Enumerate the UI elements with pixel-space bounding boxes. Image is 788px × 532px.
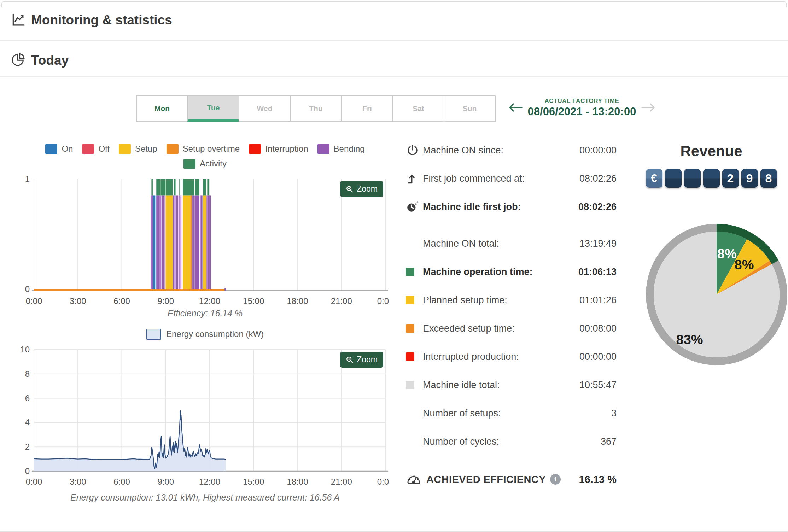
stat-row: Machine ON since:00:00:00 [406, 141, 617, 160]
svg-text:1: 1 [25, 175, 30, 184]
svg-text:8: 8 [25, 369, 30, 379]
section-header: Today [0, 48, 788, 73]
legend-swatch-bending [317, 144, 329, 154]
svg-text:8%: 8% [717, 246, 737, 261]
revenue-digit-tile: 8 [760, 169, 777, 188]
day-tab-wed[interactable]: Wed [239, 95, 291, 122]
revenue-column: Revenue €298 8%8%83% [644, 143, 778, 369]
window-top-edge [1, 1, 787, 7]
energy-legend-label: Energy consumption (kW) [166, 329, 264, 339]
svg-text:4: 4 [25, 417, 30, 427]
svg-text:6:00: 6:00 [113, 477, 130, 486]
svg-text:15:00: 15:00 [243, 296, 264, 306]
svg-text:9:00: 9:00 [157, 296, 174, 306]
stat-row: Interrupted production:00:00:00 [406, 347, 617, 366]
stat-row: Planned setup time:01:01:26 [406, 291, 617, 310]
legend-label: Setup overtime [183, 144, 240, 154]
svg-text:0: 0 [25, 466, 30, 476]
stat-label: Number of cycles: [423, 436, 601, 447]
efficiency-caption: Efficiency: 16.14 % [21, 308, 389, 318]
legend-item-setup_overtime: Setup overtime [167, 144, 240, 154]
stats-column: Machine ON since:00:00:00First job comme… [406, 141, 617, 490]
swatch-setup [406, 296, 423, 304]
info-icon[interactable]: i [550, 474, 561, 485]
svg-text:12:00: 12:00 [199, 477, 220, 486]
prev-day-arrow[interactable] [508, 101, 523, 115]
idle-clock-icon: zz [406, 200, 423, 214]
stat-row: First job commenced at:08:02:26 [406, 169, 617, 188]
pie-chart: 8%8%83% [644, 222, 778, 369]
revenue-digit-tile: 9 [741, 169, 758, 188]
achieved-efficiency-value: 16.13 % [561, 474, 617, 485]
legend-swatch-setup_overtime [167, 144, 179, 154]
zoom-button-label: Zoom [357, 184, 378, 194]
stat-row: Machine idle total:10:55:47 [406, 375, 617, 394]
stat-row: Exceeded setup time:00:08:00 [406, 319, 617, 338]
stat-label: Interrupted production: [423, 351, 579, 362]
energy-chart: 02468100:003:006:009:0012:0015:0018:0021… [21, 345, 389, 490]
svg-text:0:00: 0:00 [26, 477, 42, 486]
timeline-zoom-button[interactable]: Zoom [340, 181, 383, 197]
first-job-icon [406, 172, 423, 185]
svg-text:0:00: 0:00 [26, 296, 42, 306]
svg-text:0: 0 [25, 284, 30, 294]
achieved-efficiency-row: ACHIEVED EFFICIENCYi16.13 % [406, 469, 617, 490]
timeline-chart-svg[interactable]: 100:003:006:009:0012:0015:0018:0021:000:… [21, 175, 389, 307]
stat-row: zzMachine idle first job:08:02:26 [406, 197, 617, 216]
svg-text:3:00: 3:00 [70, 477, 86, 486]
svg-text:12:00: 12:00 [199, 296, 220, 306]
svg-text:83%: 83% [676, 332, 703, 347]
day-tab-sun[interactable]: Sun [444, 95, 496, 122]
legend-item-activity: Activity [183, 159, 227, 169]
svg-text:8%: 8% [735, 257, 754, 272]
swatch-setup_overtime [406, 324, 423, 333]
revenue-counter: €298 [644, 169, 778, 188]
svg-text:2: 2 [25, 442, 30, 451]
stat-label: Machine idle total: [423, 380, 579, 391]
stat-label: Exceeded setup time: [423, 323, 579, 334]
svg-text:21:00: 21:00 [331, 296, 352, 306]
page-title: Monitoring & statistics [31, 13, 172, 28]
header-divider [0, 40, 788, 41]
day-tab-mon[interactable]: Mon [136, 95, 188, 122]
zoom-button-label: Zoom [357, 355, 378, 364]
timeline-chart: 100:003:006:009:0012:0015:0018:0021:000:… [21, 175, 389, 308]
stat-label: Number of setups: [423, 408, 611, 419]
gauge-icon [406, 472, 421, 487]
day-tab-tue[interactable]: Tue [187, 95, 239, 122]
legend-label: Bending [334, 144, 365, 154]
stat-value: 367 [601, 436, 617, 447]
stat-swatch [406, 296, 414, 304]
stat-label: Machine idle first job: [423, 201, 578, 212]
day-tab-fri[interactable]: Fri [341, 95, 393, 122]
factory-time-nav: ACTUAL FACTORY TIME 08/06/2021 - 13:20:0… [508, 98, 656, 118]
section-divider [0, 76, 788, 77]
pie-chart-svg: 8%8%83% [644, 222, 788, 367]
stat-swatch [406, 352, 414, 361]
factory-time: ACTUAL FACTORY TIME 08/06/2021 - 13:20:0… [523, 98, 641, 118]
energy-zoom-button[interactable]: Zoom [340, 352, 383, 368]
swatch-idle [406, 381, 423, 389]
stat-value: 08:02:26 [578, 201, 617, 212]
revenue-digit-tile [703, 169, 720, 188]
svg-text:18:00: 18:00 [287, 477, 308, 486]
day-tab-sat[interactable]: Sat [392, 95, 444, 122]
monitoring-dashboard: { "header": { "title": "Monitoring & sta… [0, 0, 788, 532]
revenue-digit-tile [665, 169, 682, 188]
day-tabs: MonTueWedThuFriSatSun [137, 95, 496, 122]
next-day-arrow[interactable] [641, 101, 656, 115]
svg-text:z: z [417, 200, 418, 203]
stat-value: 08:02:26 [579, 173, 617, 184]
energy-legend: Energy consumption (kW) [21, 327, 389, 341]
stat-row: Machine ON total:13:19:49 [406, 234, 617, 253]
legend-item-interruption: Interruption [249, 144, 308, 154]
legend-label: On [62, 144, 73, 154]
legend-item-setup: Setup [119, 144, 157, 154]
stat-value: 01:06:13 [578, 267, 617, 277]
day-tab-thu[interactable]: Thu [290, 95, 342, 122]
stat-label: Planned setup time: [423, 295, 579, 306]
achieved-efficiency-label: ACHIEVED EFFICIENCY [426, 474, 546, 485]
energy-chart-svg[interactable]: 02468100:003:006:009:0012:0015:0018:0021… [21, 345, 389, 488]
revenue-title: Revenue [644, 143, 778, 160]
factory-time-label: ACTUAL FACTORY TIME [523, 98, 641, 105]
